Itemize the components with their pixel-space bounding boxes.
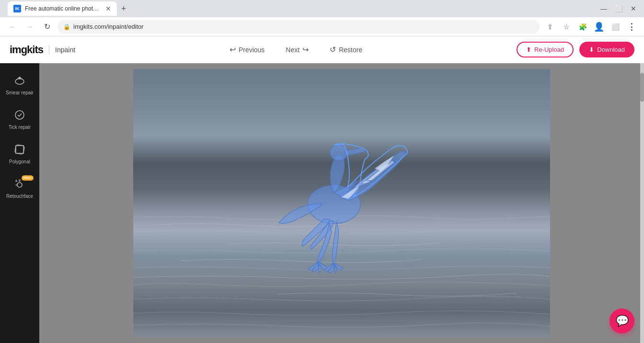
pro-badge: PRO	[22, 175, 34, 181]
nav-bar: ← → ↻ 🔒 imgkits.com/inpaint/editor ⇪ ☆ 🧩…	[0, 17, 644, 36]
split-view-button[interactable]: ⬜	[609, 20, 622, 34]
photo-canvas	[133, 69, 550, 337]
retouchface-label: Retouchface	[6, 194, 33, 199]
refresh-button[interactable]: ↻	[40, 20, 54, 34]
url-text: imgkits.com/inpaint/editor	[73, 23, 144, 30]
canvas-wrapper	[133, 69, 550, 337]
app-subtitle: Inpaint	[55, 46, 75, 54]
sidebar-item-smear-repair[interactable]: Smear repair	[0, 68, 39, 103]
scrollbar-thumb[interactable]	[640, 73, 644, 102]
app-divider	[49, 45, 49, 55]
previous-button[interactable]: ↩ Previous	[225, 42, 269, 57]
extensions-button[interactable]: 🧩	[576, 20, 589, 34]
app-logo: imgkits	[10, 44, 43, 56]
app-toolbar: imgkits Inpaint ↩ Previous Next ↪ ↺ Rest…	[0, 36, 644, 63]
svg-point-2	[15, 111, 24, 119]
active-tab[interactable]: IK Free automatic online photo ret... ✕	[8, 1, 117, 16]
polygonal-label: Polygonal	[9, 159, 30, 165]
svg-point-0	[15, 79, 24, 84]
reupload-button[interactable]: ⬆ Re-Upload	[517, 42, 574, 57]
reupload-icon: ⬆	[526, 46, 531, 53]
tick-repair-label: Tick repair	[9, 125, 31, 130]
tab-title: Free automatic online photo ret...	[25, 5, 102, 12]
svg-point-4	[17, 183, 22, 187]
tick-repair-icon	[14, 109, 25, 122]
previous-icon: ↩	[230, 45, 236, 54]
profile-button[interactable]: 👤	[592, 20, 606, 34]
chat-bubble-icon: 💬	[616, 315, 629, 327]
sidebar-item-tick-repair[interactable]: Tick repair	[0, 103, 39, 137]
chat-bubble-button[interactable]: 💬	[610, 309, 634, 333]
lock-icon: 🔒	[63, 23, 70, 30]
tab-favicon: IK	[13, 5, 21, 12]
reupload-label: Re-Upload	[534, 46, 564, 53]
smear-repair-icon	[14, 75, 25, 88]
sidebar-item-polygonal[interactable]: Polygonal	[0, 137, 39, 172]
tab-bar: IK Free automatic online photo ret... ✕ …	[0, 0, 644, 17]
sidebar: Smear repair Tick repair	[0, 63, 39, 343]
next-button[interactable]: Next ↪	[281, 42, 313, 57]
restore-button[interactable]: ↺ Restore	[325, 42, 367, 57]
bird-selection-overlay	[257, 114, 411, 286]
back-button[interactable]: ←	[6, 20, 19, 34]
address-bar[interactable]: 🔒 imgkits.com/inpaint/editor	[58, 20, 540, 34]
close-button[interactable]: ✕	[631, 5, 636, 12]
new-tab-button[interactable]: +	[117, 2, 130, 15]
download-icon: ⬇	[589, 46, 594, 53]
window-controls-right: — ⬜ ✕	[600, 5, 640, 12]
download-label: Download	[597, 46, 625, 53]
toolbar-center: ↩ Previous Next ↪ ↺ Restore	[225, 42, 367, 57]
sidebar-item-retouchface[interactable]: PRO Retouchface	[0, 172, 39, 206]
tab-close-button[interactable]: ✕	[105, 5, 111, 12]
polygonal-icon	[14, 144, 25, 157]
app-container: imgkits Inpaint ↩ Previous Next ↪ ↺ Rest…	[0, 36, 644, 343]
browser-chrome: IK Free automatic online photo ret... ✕ …	[0, 0, 644, 36]
smear-repair-label: Smear repair	[6, 90, 34, 96]
cast-button[interactable]: ⇪	[543, 20, 557, 34]
toolbar-right: ⬆ Re-Upload ⬇ Download	[517, 42, 634, 57]
menu-button[interactable]: ⋮	[625, 20, 638, 34]
restore-icon: ↺	[330, 45, 336, 54]
maximize-button[interactable]: ⬜	[615, 5, 623, 12]
canvas-area[interactable]: 💬	[39, 63, 644, 343]
svg-rect-3	[16, 146, 23, 153]
bookmark-button[interactable]: ☆	[560, 20, 573, 34]
next-icon: ↪	[302, 45, 309, 54]
scrollbar[interactable]	[640, 63, 644, 343]
download-button[interactable]: ⬇ Download	[579, 42, 634, 57]
main-area: Smear repair Tick repair	[0, 63, 644, 343]
nav-actions: ⇪ ☆ 🧩 👤 ⬜ ⋮	[543, 20, 638, 34]
next-label: Next	[286, 46, 299, 54]
forward-button[interactable]: →	[23, 20, 36, 34]
minimize-button[interactable]: —	[600, 5, 607, 12]
restore-label: Restore	[339, 46, 362, 54]
previous-label: Previous	[239, 46, 264, 54]
